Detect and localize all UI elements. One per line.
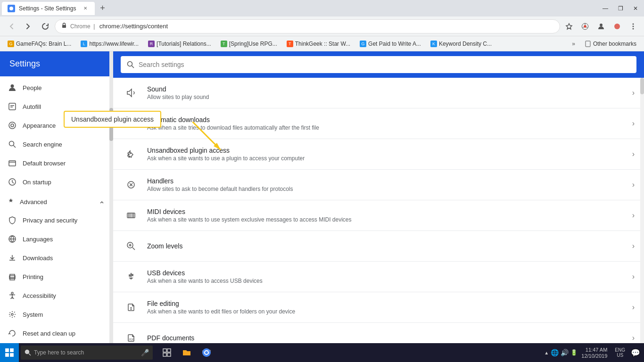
close-button[interactable]: ✕ [629, 4, 642, 13]
settings-item-pdf[interactable]: PDF PDF documents › [113, 323, 644, 343]
taskbar-right: ▲ 🌐 🔊 🔋 11:47 AM 12/10/2019 ENG US 💬 [544, 347, 644, 359]
settings-search-bar [113, 51, 644, 78]
taskbar-file-explorer[interactable] [178, 344, 195, 361]
tab-title: Settings - Site Settings [19, 5, 76, 12]
sidebar-item-languages[interactable]: Languages [0, 230, 113, 248]
bookmark-favicon-keyword: K [430, 41, 437, 47]
taskbar-chrome[interactable] [198, 344, 215, 361]
minimize-button[interactable]: — [599, 4, 612, 13]
auto-downloads-arrow-icon: › [632, 119, 635, 128]
other-bookmarks-button[interactable]: Other bookmarks [581, 40, 640, 48]
sidebar-item-accessibility[interactable]: Accessibility [0, 286, 113, 305]
advanced-header[interactable]: Advanced [0, 193, 113, 211]
settings-item-desc-file-editing: Ask when a site wants to edit files or f… [147, 308, 632, 315]
bookmark-thinkgeek[interactable]: T ThinkGeek :: Star W... [283, 40, 354, 48]
profile-button[interactable] [594, 19, 608, 33]
settings-item-text-pdf: PDF documents [147, 334, 632, 342]
tab-close-button[interactable]: ✕ [82, 5, 89, 12]
content-area: Sound Allow sites to play sound › Automa… [113, 78, 644, 343]
titlebar: Settings - Site Settings ✕ + — ❒ ✕ [0, 0, 644, 16]
settings-item-file-editing[interactable]: File editing Ask when a site wants to ed… [113, 292, 644, 323]
reload-button[interactable] [38, 19, 53, 34]
sidebar-item-default-browser[interactable]: Default browser [0, 154, 113, 173]
sound-arrow-icon: › [632, 89, 635, 97]
menu-button[interactable] [626, 19, 640, 33]
usb-icon [123, 268, 140, 285]
secure-icon [61, 22, 67, 30]
advanced-section: Advanced Privacy and security [0, 193, 113, 343]
bookmark-favicon-getpaid: G [360, 41, 366, 47]
search-icon [8, 140, 17, 149]
settings-item-midi[interactable]: MIDI devices Ask when a site wants to us… [113, 200, 644, 231]
svg-rect-45 [163, 349, 166, 352]
search-box[interactable] [121, 56, 636, 73]
content-scrollbar-thumb[interactable] [640, 78, 644, 94]
svg-point-10 [633, 25, 634, 27]
bookmark-spring[interactable]: T [Spring]Use RPG... [217, 40, 281, 48]
taskbar-time: 11:47 AM [586, 347, 607, 353]
settings-item-handlers[interactable]: Handlers Allow sites to ask to become de… [113, 170, 644, 200]
svg-rect-14 [9, 103, 16, 110]
svg-point-11 [633, 28, 634, 29]
settings-item-desc-handlers: Allow sites to ask to become default han… [147, 186, 632, 192]
taskbar-search[interactable]: Type here to search 🎤 [21, 346, 153, 360]
bookmark-gamefaqs[interactable]: G GameFAQs: Brain L... [4, 40, 75, 48]
active-tab[interactable]: Settings - Site Settings ✕ [2, 2, 95, 15]
sidebar-item-people[interactable]: People [0, 78, 113, 97]
taskbar-notification[interactable]: 💬 [631, 348, 640, 357]
sidebar-item-system[interactable]: System [0, 305, 113, 324]
sidebar-item-startup[interactable]: On startup [0, 173, 113, 191]
tray-up-arrow[interactable]: ▲ [544, 350, 549, 355]
forward-button[interactable] [21, 19, 36, 34]
sidebar-item-downloads[interactable]: Downloads [0, 248, 113, 267]
bookmark-label-tutorials: [Tutorials] Relations... [157, 41, 211, 47]
bookmark-lifewire[interactable]: L https://www.lifewir... [77, 40, 142, 48]
sidebar-item-label-accessibility: Accessibility [23, 292, 105, 299]
settings-item-title-midi: MIDI devices [147, 208, 632, 215]
bookmark-getpaid[interactable]: G Get Paid to Write A... [356, 40, 425, 48]
taskbar-task-view[interactable] [158, 344, 175, 361]
opera-icon[interactable] [610, 19, 624, 33]
bookmark-star-button[interactable] [562, 19, 576, 33]
svg-line-26 [132, 66, 134, 68]
svg-rect-40 [10, 348, 14, 352]
sidebar-item-privacy[interactable]: Privacy and security [0, 211, 113, 230]
sidebar-item-label-printing: Printing [23, 273, 105, 280]
sidebar-item-search[interactable]: Search engine [0, 135, 113, 154]
start-button[interactable] [0, 343, 19, 362]
bookmark-favicon-spring: T [221, 41, 227, 47]
settings-item-usb[interactable]: USB devices Ask when a site wants to acc… [113, 262, 644, 292]
svg-text:PDF: PDF [129, 338, 134, 341]
svg-line-34 [132, 247, 135, 250]
sidebar-item-printing[interactable]: Printing [0, 267, 113, 286]
maximize-button[interactable]: ❒ [614, 4, 627, 13]
bookmark-favicon-thinkgeek: T [287, 41, 293, 47]
svg-rect-41 [5, 353, 9, 357]
svg-line-18 [14, 146, 16, 148]
back-button[interactable] [4, 19, 19, 34]
settings-item-zoom[interactable]: Zoom levels › [113, 231, 644, 262]
settings-item-title-sound: Sound [147, 85, 632, 93]
annotation-arrow [192, 122, 230, 159]
address-bar[interactable]: Chrome | chrome://settings/content [55, 19, 560, 33]
settings-item-sound[interactable]: Sound Allow sites to play sound › [113, 78, 644, 108]
bookmark-label-spring: [Spring]Use RPG... [229, 41, 277, 47]
bookmarks-more-button[interactable]: » [568, 40, 579, 48]
search-magnifier-icon [126, 60, 135, 69]
search-input[interactable] [139, 61, 631, 68]
navbar: Chrome | chrome://settings/content [0, 16, 644, 36]
bookmark-tutorials[interactable]: R [Tutorials] Relations... [144, 40, 215, 48]
new-tab-button[interactable]: + [96, 2, 109, 15]
midi-icon [123, 207, 140, 224]
address-text: Chrome | [70, 23, 97, 30]
bookmark-keyword[interactable]: K Keyword Density C... [427, 40, 495, 48]
settings-item-title-zoom: Zoom levels [147, 242, 632, 250]
sidebar-title: Settings [0, 51, 113, 76]
chrome-apps-button[interactable] [578, 19, 592, 33]
bookmark-favicon-lifewire: L [81, 41, 87, 47]
sidebar-item-reset[interactable]: Reset and clean up [0, 324, 113, 343]
sidebar-item-label-privacy: Privacy and security [23, 217, 105, 224]
tab-favicon [8, 5, 15, 12]
tray-network-icon: 🌐 [551, 349, 559, 356]
svg-marker-4 [566, 24, 572, 29]
